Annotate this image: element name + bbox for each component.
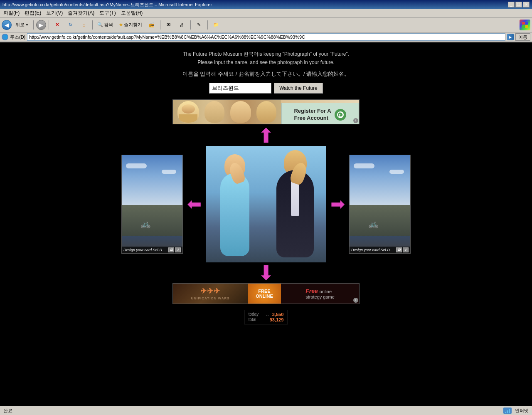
today-label: today [249, 312, 263, 316]
watch-button[interactable]: Watch the Future [274, 83, 323, 94]
right-card-download-icon[interactable]: ⬇ [403, 247, 409, 252]
separator2 [49, 20, 49, 30]
intro-line1: The Future Photo Museum 한국어is keeping "P… [183, 50, 349, 58]
right-card-sky [350, 155, 410, 205]
folder-button[interactable]: 📁 [210, 19, 222, 31]
address-input[interactable] [27, 33, 505, 41]
ad-face-3 [230, 101, 251, 123]
separator1 [33, 20, 34, 30]
status-text: 완료 [3, 408, 497, 414]
close-button[interactable]: ✕ [523, 2, 530, 7]
register-spiral-icon [335, 109, 346, 121]
menu-edit[interactable]: 편집(E) [23, 9, 43, 17]
separator5 [190, 20, 191, 30]
browser-window: http://www.getinfo.co.kr/getinfo/content… [0, 0, 532, 415]
right-card-image-icon[interactable]: 🖼 [396, 247, 402, 252]
left-card-landscape: 🚲 [122, 155, 182, 236]
menu-bar: 파일(F) 편집(E) 보기(V) 즐겨찾기(A) 도구(T) 도움말(H) [0, 9, 532, 17]
cloud3 [354, 163, 374, 168]
refresh-button[interactable]: ↻ [65, 19, 76, 31]
search-button[interactable]: 🔍 검색 [95, 19, 115, 31]
go-button[interactable]: 이동 [515, 33, 530, 41]
ad-face-1 [177, 101, 199, 123]
toolbar: ◀ 뒤로 ▼ ▶ ✕ ↻ ⌂ 🔍 검색 ★ 즐겨찾기 📻 ✉ 🖨 [0, 17, 532, 32]
edit-button[interactable]: ✎ [193, 19, 205, 31]
title-bar: http://www.getinfo.co.kr/getinfo/content… [0, 0, 532, 9]
register-words: Register For A Free Account [294, 108, 331, 122]
name-input[interactable] [209, 83, 271, 94]
address-globe-icon: 🌐 [2, 34, 8, 40]
separator3 [92, 20, 93, 30]
stop-button[interactable]: ✕ [52, 19, 63, 31]
status-right: 인터넷 [503, 408, 529, 414]
menu-favorites[interactable]: 즐겨찾기(A) [66, 9, 96, 17]
windows-logo [520, 20, 530, 30]
back-label[interactable]: 뒤로 ▼ [13, 19, 31, 31]
print-button[interactable]: 🖨 [176, 19, 188, 31]
ad-face-4 [256, 101, 276, 123]
right-card-bike-icon: 🚲 [368, 219, 379, 229]
right-card-label-text: Design your card Sel-D [351, 248, 390, 252]
center-photo [206, 146, 326, 262]
mail-button[interactable]: ✉ [163, 19, 175, 31]
right-card-ground [350, 205, 410, 236]
ad-right-text: online [320, 289, 332, 294]
cloud4 [389, 170, 404, 174]
right-card-label-bar: Design your card Sel-D 🖼 ⬇ [350, 247, 410, 253]
ad-right-subtitle: strategy game [305, 294, 335, 299]
ad-faces-section [173, 100, 281, 124]
menu-help[interactable]: 도움말(H) [119, 9, 145, 17]
arrow-left-icon[interactable]: ⬅ [187, 194, 202, 214]
window-title: http://www.getinfo.co.kr/getinfo/content… [2, 2, 212, 8]
ad-mid-line1: FREE [258, 289, 270, 294]
favorites-button[interactable]: ★ 즐겨찾기 [117, 19, 144, 31]
svg-rect-2 [507, 410, 508, 413]
counter-box: today 3,550 total 93,129 [244, 310, 288, 324]
total-value: 93,129 [270, 317, 284, 322]
network-icon [503, 408, 512, 414]
cloud2 [162, 170, 176, 174]
left-card-sky [122, 155, 182, 205]
arrow-up-icon: ⬆ [258, 126, 274, 146]
register-line1: Register For A [294, 108, 331, 115]
home-button[interactable]: ⌂ [78, 19, 90, 31]
ad-bottom-right-section: Free online strategy game [281, 284, 359, 304]
forward-button[interactable]: ▶ [36, 20, 46, 30]
name-prompt: 이름을 입력해 주세요 / お名前を入力して下さい。/ 请输入您的姓名。 [182, 70, 350, 78]
minimize-button[interactable]: _ [508, 2, 515, 7]
back-button[interactable]: ◀ [2, 20, 12, 30]
ad-bottom-left-section: ✈✈✈ UNIFICATION WARS [173, 284, 248, 304]
left-card[interactable]: 🚲 Design your card Sel-D 🖼 ⬇ [121, 155, 183, 254]
menu-file[interactable]: 파일(F) [2, 9, 21, 17]
register-text-section[interactable]: Register For A Free Account [281, 103, 359, 124]
svg-rect-3 [509, 409, 510, 413]
photo-row: 🚲 Design your card Sel-D 🖼 ⬇ ⬅ [121, 146, 411, 262]
menu-tools[interactable]: 도구(T) [98, 9, 117, 17]
today-dots [266, 315, 269, 316]
separator4 [160, 20, 160, 30]
right-card-landscape: 🚲 [350, 155, 410, 236]
ad-right-free: Free [305, 288, 318, 294]
ad-face-2 [204, 101, 224, 123]
top-ad-banner[interactable]: Register For A Free Account i [172, 99, 360, 124]
separator6 [207, 20, 208, 30]
arrow-right-icon[interactable]: ➡ [330, 194, 345, 214]
bottom-ad-banner[interactable]: ✈✈✈ UNIFICATION WARS FREE ONLINE Free on… [172, 283, 360, 304]
left-card-bike-icon: 🚲 [140, 219, 151, 229]
status-bar: 완료 인터넷 [0, 406, 532, 415]
menu-view[interactable]: 보기(V) [44, 9, 64, 17]
couple-background [206, 146, 326, 262]
ad-left-text: UNIFICATION WARS [191, 296, 229, 300]
left-card-image-icon[interactable]: 🖼 [168, 247, 174, 252]
address-bar: 🌐 주소(D) ▶ 이동 [0, 32, 532, 42]
restore-button[interactable]: ❐ [515, 2, 522, 7]
left-card-download-icon[interactable]: ⬇ [175, 247, 181, 252]
web-content: The Future Photo Museum 한국어is keeping "P… [0, 42, 532, 406]
right-card[interactable]: 🚲 Design your card Sel-D 🖼 ⬇ [349, 155, 411, 254]
ad-info-icon: i [353, 118, 358, 123]
today-counter-row: today 3,550 [249, 312, 284, 317]
intro-text-block: The Future Photo Museum 한국어is keeping "P… [183, 50, 349, 67]
window-controls: _ ❐ ✕ [508, 2, 530, 7]
register-line2: Free Account [294, 115, 331, 122]
media-button[interactable]: 📻 [146, 19, 158, 31]
